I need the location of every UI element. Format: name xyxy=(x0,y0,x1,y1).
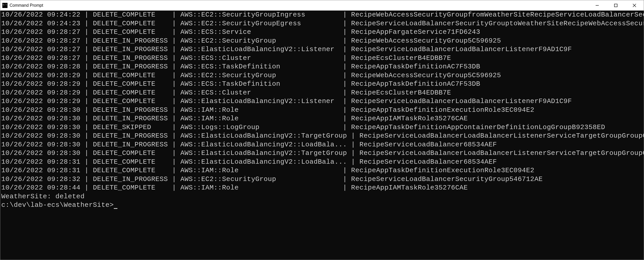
log-line: 10/26/2022 09:28:29 | DELETE_COMPLETE | … xyxy=(1,89,644,97)
log-line: WeatherSite: deleted xyxy=(1,192,644,201)
maximize-icon xyxy=(614,4,618,7)
log-line: 10/26/2022 09:28:30 | DELETE_IN_PROGRESS… xyxy=(1,106,644,115)
prompt-line[interactable]: c:\dev\lab-ecs\WeatherSite> xyxy=(1,201,644,210)
titlebar[interactable]: Command Prompt xyxy=(0,0,644,11)
titlebar-left: Command Prompt xyxy=(0,3,43,8)
svg-rect-1 xyxy=(615,4,617,7)
log-line: 10/26/2022 09:28:29 | DELETE_COMPLETE | … xyxy=(1,71,644,80)
maximize-button[interactable] xyxy=(606,0,625,10)
log-line: 10/26/2022 09:28:29 | DELETE_COMPLETE | … xyxy=(1,97,644,106)
log-line: 10/26/2022 09:28:30 | DELETE_SKIPPED | A… xyxy=(1,123,644,132)
log-line: 10/26/2022 09:28:31 | DELETE_COMPLETE | … xyxy=(1,158,644,167)
command-prompt-window: Command Prompt 10/26/2022 09:24:22 | DEL… xyxy=(0,0,644,260)
log-line: 10/26/2022 09:28:28 | DELETE_IN_PROGRESS… xyxy=(1,62,644,71)
log-line: 10/26/2022 09:24:22 | DELETE_COMPLETE | … xyxy=(1,11,644,19)
log-line: 10/26/2022 09:28:27 | DELETE_IN_PROGRESS… xyxy=(1,37,644,45)
log-line: 10/26/2022 09:24:23 | DELETE_COMPLETE | … xyxy=(1,19,644,28)
log-line: 10/26/2022 09:28:27 | DELETE_IN_PROGRESS… xyxy=(1,54,644,63)
window-title: Command Prompt xyxy=(10,3,43,8)
cursor xyxy=(114,208,117,209)
terminal-output[interactable]: 10/26/2022 09:24:22 | DELETE_COMPLETE | … xyxy=(0,11,644,260)
log-line: 10/26/2022 09:28:29 | DELETE_COMPLETE | … xyxy=(1,80,644,89)
cmd-icon xyxy=(2,3,8,8)
log-line: 10/26/2022 09:28:30 | DELETE_IN_PROGRESS… xyxy=(1,140,644,149)
minimize-button[interactable] xyxy=(588,0,606,10)
log-line: 10/26/2022 09:28:30 | DELETE_IN_PROGRESS… xyxy=(1,114,644,123)
log-line: 10/26/2022 09:28:32 | DELETE_IN_PROGRESS… xyxy=(1,175,644,184)
log-line: 10/26/2022 09:28:30 | DELETE_COMPLETE | … xyxy=(1,149,644,158)
log-line: 10/26/2022 09:28:44 | DELETE_COMPLETE | … xyxy=(1,184,644,192)
log-line: 10/26/2022 09:28:27 | DELETE_IN_PROGRESS… xyxy=(1,45,644,54)
close-icon xyxy=(633,4,636,7)
close-button[interactable] xyxy=(625,0,644,10)
log-line: 10/26/2022 09:28:27 | DELETE_COMPLETE | … xyxy=(1,28,644,37)
titlebar-controls xyxy=(588,0,644,10)
log-line: 10/26/2022 09:28:31 | DELETE_COMPLETE | … xyxy=(1,166,644,175)
minimize-icon xyxy=(595,4,599,7)
log-line: 10/26/2022 09:28:30 | DELETE_IN_PROGRESS… xyxy=(1,132,644,140)
